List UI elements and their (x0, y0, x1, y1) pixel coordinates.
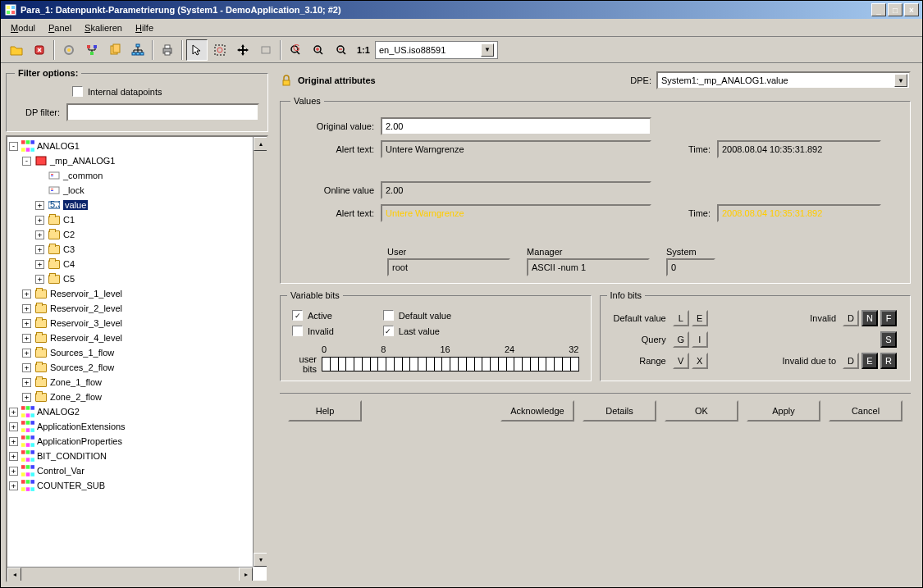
tree-expander[interactable]: + (22, 349, 31, 358)
cancel-button[interactable]: Cancel (829, 400, 902, 422)
active-checkbox[interactable]: ✓ (292, 310, 303, 321)
maximize-button[interactable]: □ (888, 3, 902, 16)
rectangle-icon[interactable] (255, 39, 276, 61)
tree-expander[interactable]: - (22, 157, 31, 166)
tree-node[interactable]: +COUNTER_SUB (9, 478, 265, 493)
copy-icon[interactable] (104, 39, 126, 61)
tree-node[interactable]: -ANALOG1 (9, 139, 265, 153)
tree-node[interactable]: +Sources_1_flow (9, 345, 265, 360)
move-icon[interactable] (232, 39, 254, 61)
tree-node[interactable]: +C2 (9, 227, 265, 242)
print-icon[interactable] (157, 39, 178, 61)
bit-e[interactable]: E (692, 310, 708, 326)
tree-expander[interactable]: + (35, 230, 44, 239)
zoom-area-icon[interactable] (209, 39, 231, 61)
pointer-icon[interactable] (186, 39, 208, 61)
tree-node[interactable]: +C5 (9, 271, 265, 286)
tree-scrollbar-vertical[interactable]: ▴ ▾ (253, 137, 267, 567)
default-value-checkbox[interactable] (383, 310, 394, 321)
bit-l[interactable]: L (673, 310, 689, 326)
tree-node[interactable]: +Zone_2_flow (9, 390, 265, 404)
tree-expander[interactable]: + (9, 452, 18, 461)
tree-node[interactable]: +C3 (9, 242, 265, 257)
tree-expander[interactable]: - (9, 142, 18, 151)
tree-expander[interactable]: + (22, 378, 31, 387)
scroll-right-icon[interactable]: ▸ (239, 567, 253, 581)
tree-expander[interactable]: + (22, 304, 31, 313)
tree-scrollbar-horizontal[interactable]: ◂ ▸ (7, 567, 253, 581)
tree-node[interactable]: +Reservoir_3_level (9, 316, 265, 330)
scroll-up-icon[interactable]: ▴ (254, 137, 267, 151)
bit-d2[interactable]: D (843, 353, 859, 369)
gear-icon[interactable] (58, 39, 80, 61)
tree-expander[interactable]: + (35, 275, 44, 284)
tree-node[interactable]: +C4 (9, 257, 265, 271)
tree-expander[interactable]: + (9, 481, 18, 490)
close-button[interactable]: × (904, 3, 919, 16)
tree-expander[interactable]: + (22, 289, 31, 299)
tree-expander[interactable]: + (35, 245, 44, 254)
bit-r[interactable]: R (880, 353, 897, 369)
menu-skalieren[interactable]: Skalieren (78, 21, 129, 34)
open-icon[interactable] (6, 39, 27, 61)
tree-node[interactable]: +Reservoir_4_level (9, 330, 265, 345)
bit-f[interactable]: F (880, 310, 897, 326)
tree-expander[interactable]: + (35, 260, 44, 269)
nodes-icon[interactable] (81, 39, 103, 61)
tree-expander[interactable]: + (22, 319, 31, 328)
acknowledge-button[interactable]: Acknowledge (500, 400, 574, 422)
tree-expander[interactable]: + (9, 408, 18, 417)
apply-button[interactable]: Apply (747, 400, 820, 422)
tree-node[interactable]: _lock (9, 183, 265, 198)
tree-node[interactable]: +BIT_CONDITION (9, 449, 265, 463)
tree-expander[interactable]: + (9, 437, 18, 446)
last-value-checkbox[interactable]: ✓ (383, 326, 394, 336)
dp-filter-input[interactable] (66, 103, 259, 121)
bit-i[interactable]: I (692, 331, 708, 348)
bit-v[interactable]: V (673, 353, 689, 369)
menu-modul[interactable]: Modul (4, 21, 42, 34)
internal-dp-checkbox[interactable] (72, 86, 83, 97)
tree-node[interactable]: +Zone_1_flow (9, 375, 265, 390)
tree-node[interactable]: +ApplicationExtensions (9, 419, 265, 434)
tree-node[interactable]: +ApplicationProperties (9, 434, 265, 449)
details-button[interactable]: Details (583, 400, 656, 422)
tree-expander[interactable]: + (22, 393, 31, 402)
tree-node[interactable]: +Control_Var (9, 463, 265, 478)
tree-expander[interactable]: + (22, 363, 31, 372)
tree-node[interactable]: +Reservoir_2_level (9, 301, 265, 316)
delete-icon[interactable] (29, 39, 50, 61)
bit-x[interactable]: X (692, 353, 708, 369)
tree-expander[interactable]: + (35, 201, 44, 210)
ok-button[interactable]: OK (665, 400, 738, 422)
tree-node[interactable]: +5.3value (9, 198, 265, 212)
datapoint-tree[interactable]: -ANALOG1-_mp_ANALOG1_common_lock+5.3valu… (6, 135, 268, 582)
tree-node[interactable]: +ANALOG2 (9, 404, 265, 419)
bit-g[interactable]: G (673, 331, 689, 348)
tree-node[interactable]: _common (9, 168, 265, 183)
tree-node[interactable]: +Sources_2_flow (9, 360, 265, 375)
tree-expander[interactable]: + (22, 334, 31, 343)
menu-hilfe[interactable]: Hilfe (129, 21, 160, 34)
scroll-left-icon[interactable]: ◂ (7, 567, 21, 581)
invalid-checkbox[interactable] (292, 326, 303, 336)
bit-s[interactable]: S (880, 331, 897, 348)
zoom-reset-icon[interactable]: G (285, 39, 306, 61)
zoom-out-icon[interactable] (331, 39, 352, 61)
scroll-down-icon[interactable]: ▾ (254, 553, 267, 567)
minimize-button[interactable]: _ (871, 3, 886, 16)
tree-node[interactable]: +C1 (9, 212, 265, 227)
orig-value-input[interactable]: 2.00 (381, 117, 651, 135)
tree-icon[interactable] (127, 39, 149, 61)
menu-panel[interactable]: Panel (42, 21, 78, 34)
help-button[interactable]: Help (288, 400, 362, 422)
bit-d[interactable]: D (843, 310, 859, 326)
tree-node[interactable]: -_mp_ANALOG1 (9, 153, 265, 168)
tree-expander[interactable]: + (35, 216, 44, 225)
tree-expander[interactable]: + (9, 467, 18, 476)
bit-e2[interactable]: E (861, 353, 878, 369)
encoding-select[interactable]: en_US.iso88591 ▼ (375, 41, 498, 59)
zoom-in-icon[interactable] (308, 39, 329, 61)
tree-node[interactable]: +Reservoir_1_level (9, 286, 265, 301)
dpe-select[interactable]: System1:_mp_ANALOG1.value ▼ (656, 71, 911, 89)
